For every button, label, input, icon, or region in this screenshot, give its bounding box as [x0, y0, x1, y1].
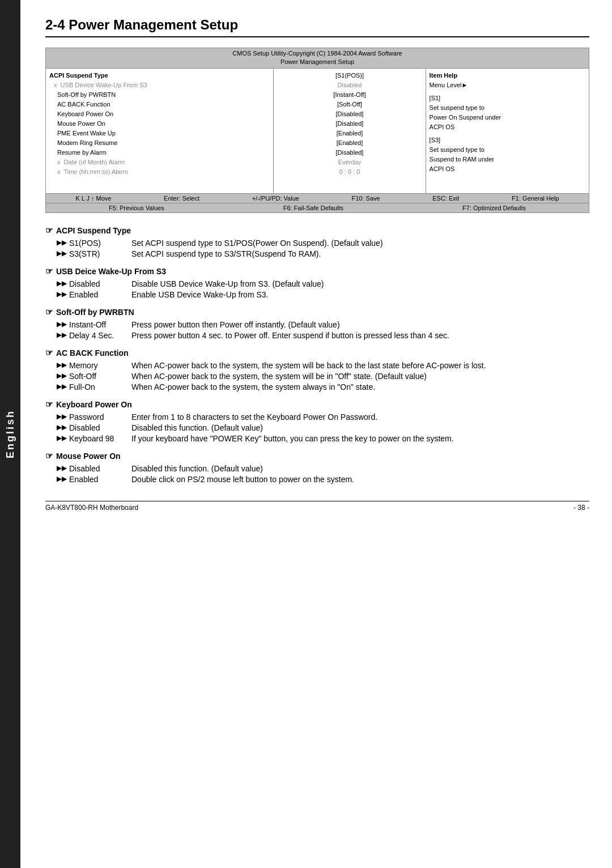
softoff-desc-instant: Press power button then Power off instan…	[131, 320, 589, 329]
cmos-footer-f7: F7: Optimized Defaults	[462, 205, 526, 211]
section-usb-wake: ☞ USB Deice Wake-Up From S3 ▶▶ Disabled …	[45, 266, 589, 299]
section-mousepower-title: ☞ Mouse Power On	[45, 451, 589, 461]
kbpower-desc-disabled: Disabled this function. (Default value)	[131, 423, 589, 432]
kbpower-desc-kb98: If your keyboard have "POWER Key" button…	[131, 434, 589, 443]
acback-key-softoff: Soft-Off	[69, 372, 131, 381]
softoff-item-instant: ▶▶ Instant-Off Press power button then P…	[45, 320, 589, 329]
kbpower-title-text: Keyboard Power On	[56, 400, 132, 409]
usb-icon: ☞	[45, 266, 53, 276]
acback-item-fullon: ▶▶ Full-On When AC-power back to the sys…	[45, 382, 589, 392]
bullet-icon: ▶▶	[57, 290, 67, 299]
cmos-help-s3-label: [S3]	[430, 135, 585, 145]
cmos-mid-item-7: [Enabled]	[277, 138, 422, 148]
cmos-footer-enter: Enter: Select	[164, 195, 199, 202]
softoff-desc-delay: Press power button 4 sec. to Power off. …	[131, 331, 589, 340]
acpi-desc-s1pos: Set ACPI suspend type to S1/POS(Power On…	[131, 239, 589, 248]
kbpower-item-kb98: ▶▶ Keyboard 98 If your keyboard have "PO…	[45, 434, 589, 443]
bullet-icon: ▶▶	[57, 475, 67, 484]
cmos-footer2: F5: Previous Values F6: Fail-Safe Defaul…	[46, 203, 589, 212]
main-content: 2-4 Power Management Setup CMOS Setup Ut…	[28, 0, 612, 529]
page-title-num: 2-4	[45, 17, 65, 32]
mousepower-key-disabled: Disabled	[69, 464, 131, 473]
cmos-help-s3-desc1: Set suspend type to	[430, 145, 585, 155]
cmos-help-title: Item Help	[430, 71, 585, 80]
section-softoff-title: ☞ Soft-Off by PWRBTN	[45, 307, 589, 317]
cmos-mid-item-8: [Disabled]	[277, 148, 422, 158]
mousepower-title-text: Mouse Power On	[56, 452, 121, 461]
usb-desc-enabled: Enable USB Device Wake-Up from S3.	[131, 290, 589, 299]
usb-item-enabled: ▶▶ Enabled Enable USB Device Wake-Up fro…	[45, 290, 589, 299]
cmos-help-s1-desc2: Power On Suspend under	[430, 113, 585, 122]
section-kbpower-title: ☞ Keyboard Power On	[45, 399, 589, 410]
mousepower-icon: ☞	[45, 451, 53, 461]
cmos-left-item-5: Mouse Power On	[49, 119, 270, 129]
softoff-icon: ☞	[45, 307, 53, 317]
page-footer: GA-K8VT800-RH Motherboard - 38 -	[45, 501, 589, 512]
cmos-left-item-6: PME Event Wake Up	[49, 129, 270, 138]
footer-right: - 38 -	[573, 504, 589, 512]
usb-title-text: USB Deice Wake-Up From S3	[56, 267, 166, 276]
acpi-icon: ☞	[45, 225, 53, 236]
bullet-icon: ▶▶	[57, 279, 67, 288]
acpi-desc-s3str: Set ACPI suspend type to S3/STR(Suspend …	[131, 249, 589, 258]
section-acback-title: ☞ AC BACK Function	[45, 348, 589, 358]
bullet-icon: ▶▶	[57, 434, 67, 443]
cmos-mid-item-0: [S1(POS)]	[277, 71, 422, 80]
cmos-footer-f5: F5: Previous Values	[109, 205, 164, 211]
page-title-text: Power Management Setup	[69, 17, 238, 32]
section-softoff: ☞ Soft-Off by PWRBTN ▶▶ Instant-Off Pres…	[45, 307, 589, 340]
cmos-left-item-9: x Date (of Month) Alarm	[49, 158, 270, 167]
kbpower-key-kb98: Keyboard 98	[69, 434, 131, 443]
cmos-help-s3-desc3: ACPI OS	[430, 164, 585, 174]
footer-left: GA-K8VT800-RH Motherboard	[45, 504, 138, 512]
mousepower-desc-enabled: Double click on PS/2 mouse left button t…	[131, 475, 589, 484]
bullet-icon: ▶▶	[57, 331, 67, 340]
bullet-icon: ▶▶	[57, 423, 67, 432]
section-acpi-suspend: ☞ ACPI Suspend Type ▶▶ S1(POS) Set ACPI …	[45, 225, 589, 258]
mousepower-key-enabled: Enabled	[69, 475, 131, 484]
cmos-header-line1: CMOS Setup Utility-Copyright (C) 1984-20…	[46, 49, 589, 58]
section-acpi-title: ☞ ACPI Suspend Type	[45, 225, 589, 236]
acpi-title-text: ACPI Suspend Type	[56, 226, 131, 235]
cmos-mid-item-9: Everday	[277, 158, 422, 167]
bullet-icon: ▶▶	[57, 239, 67, 248]
cmos-help-s1-desc1: Set suspend type to	[430, 103, 585, 113]
acpi-item-s1pos: ▶▶ S1(POS) Set ACPI suspend type to S1/P…	[45, 239, 589, 248]
section-usb-title: ☞ USB Deice Wake-Up From S3	[45, 266, 589, 276]
softoff-item-delay: ▶▶ Delay 4 Sec. Press power button 4 sec…	[45, 331, 589, 340]
cmos-footer: K L J ↑ Move Enter: Select +/-/PU/PD: Va…	[46, 193, 589, 203]
cmos-mid-item-10: 0 : 0 : 0	[277, 167, 422, 177]
cmos-footer-f10: F10: Save	[351, 195, 380, 202]
kbpower-desc-password: Enter from 1 to 8 characters to set the …	[131, 412, 589, 422]
side-tab-label: English	[5, 410, 16, 458]
bullet-icon: ▶▶	[57, 382, 67, 392]
cmos-header: CMOS Setup Utility-Copyright (C) 1984-20…	[46, 48, 589, 69]
acback-key-memory: Memory	[69, 361, 131, 370]
acback-key-fullon: Full-On	[69, 382, 131, 392]
acback-desc-memory: When AC-power back to the system, the sy…	[131, 361, 589, 370]
softoff-key-delay: Delay 4 Sec.	[69, 331, 131, 340]
bullet-icon: ▶▶	[57, 249, 67, 258]
cmos-footer-value: +/-/PU/PD: Value	[252, 195, 299, 202]
cmos-help-s1-desc3: ACPI OS	[430, 122, 585, 132]
cmos-mid-item-4: [Disabled]	[277, 109, 422, 119]
cmos-left-item-4: Keyboard Power On	[49, 109, 270, 119]
kbpower-icon: ☞	[45, 399, 53, 410]
cmos-mid-item-2: [Instant-Off]	[277, 90, 422, 100]
usb-item-disabled: ▶▶ Disabled Disable USB Device Wake-Up f…	[45, 279, 589, 288]
cmos-left-item-0: ACPI Suspend Type	[49, 71, 270, 80]
usb-key-disabled: Disabled	[69, 279, 131, 288]
kbpower-key-password: Password	[69, 412, 131, 422]
acback-desc-softoff: When AC-power back to the system, the sy…	[131, 372, 589, 381]
mousepower-item-enabled: ▶▶ Enabled Double click on PS/2 mouse le…	[45, 475, 589, 484]
usb-key-enabled: Enabled	[69, 290, 131, 299]
section-mouse-power: ☞ Mouse Power On ▶▶ Disabled Disabled th…	[45, 451, 589, 484]
acpi-item-s3str: ▶▶ S3(STR) Set ACPI suspend type to S3/S…	[45, 249, 589, 258]
cmos-help-s1-label: [S1]	[430, 93, 585, 103]
cmos-left-col: ACPI Suspend Type x USB Device Wake-Up F…	[46, 69, 274, 193]
kbpower-key-disabled: Disabled	[69, 423, 131, 432]
cmos-help-menulevel: Menu Level►	[430, 80, 585, 90]
usb-desc-disabled: Disable USB Device Wake-Up from S3. (Def…	[131, 279, 589, 288]
bullet-icon: ▶▶	[57, 320, 67, 329]
kbpower-item-password: ▶▶ Password Enter from 1 to 8 characters…	[45, 412, 589, 422]
